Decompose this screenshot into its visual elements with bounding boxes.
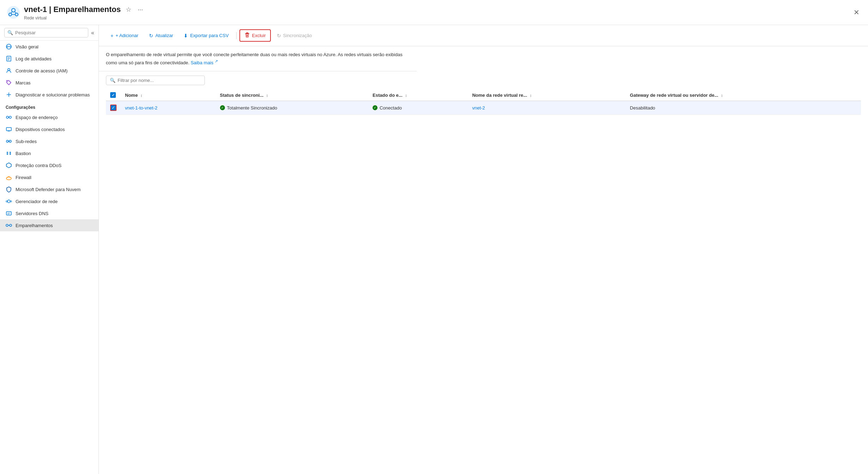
status-green-dot: ✓: [220, 105, 225, 110]
sidebar-item-label: Visão geral: [16, 44, 38, 49]
resource-type-label: Rede virtual: [24, 16, 852, 20]
add-label: + Adicionar: [115, 33, 138, 38]
sidebar-item-servidores-dns[interactable]: Servidores DNS: [0, 207, 99, 219]
more-options-button[interactable]: ···: [136, 5, 144, 15]
row-nome-cell: vnet-1-to-vnet-2: [121, 101, 216, 115]
toolbar-divider: [236, 32, 237, 39]
sidebar-search-icon: 🔍: [7, 30, 13, 35]
sidebar-collapse-button[interactable]: «: [91, 30, 94, 36]
row-gateway-cell: Desabilitado: [626, 101, 861, 115]
defender-icon: [6, 186, 12, 192]
sort-icon-nome: ↕: [141, 93, 143, 97]
svg-point-43: [10, 224, 12, 226]
svg-point-19: [6, 116, 8, 118]
sidebar-item-label: Log de atividades: [16, 56, 52, 61]
sidebar-item-emparelhamentos[interactable]: Emparelhamentos: [0, 219, 99, 231]
diagnose-icon: [6, 91, 12, 98]
sidebar-item-label: Marcas: [16, 80, 31, 85]
header-checkbox-cell: ✓: [106, 89, 121, 101]
peering-icon: [6, 222, 12, 229]
description-text: O emparelhamento de rede virtual permite…: [106, 52, 403, 65]
col-gateway[interactable]: Gateway de rede virtual ou servidor de..…: [626, 89, 861, 101]
sidebar-item-label: Bastion: [16, 151, 31, 156]
sort-icon-rede: ↕: [530, 93, 532, 97]
sidebar-item-label: Sub-redes: [16, 139, 37, 144]
add-icon: +: [111, 33, 113, 38]
sidebar-item-label: Servidores DNS: [16, 211, 48, 216]
app-container: vnet-1 | Emparelhamentos ☆ ··· Rede virt…: [0, 0, 868, 474]
estado-green-dot: ✓: [373, 105, 377, 110]
sync-icon: ↻: [277, 33, 281, 38]
col-nome[interactable]: Nome ↕: [121, 89, 216, 101]
address-icon: [6, 114, 12, 120]
svg-point-20: [9, 116, 11, 118]
sidebar-item-sub-redes[interactable]: Sub-redes: [0, 135, 99, 147]
update-label: Atualizar: [155, 33, 173, 38]
svg-point-8: [7, 46, 8, 47]
table-row: ✓ vnet-1-to-vnet-2 ✓ Totalmente Sincroni…: [106, 101, 861, 115]
svg-point-33: [6, 177, 11, 180]
sidebar-item-marcas[interactable]: Marcas: [0, 77, 99, 89]
vnet2-link[interactable]: vnet-2: [472, 105, 485, 111]
col-estado-e[interactable]: Estado do e... ↕: [368, 89, 468, 101]
sidebar-item-protecao-ddos[interactable]: Proteção contra DDoS: [0, 159, 99, 171]
tags-icon: [6, 79, 12, 86]
sidebar-item-label: Controle de acesso (IAM): [16, 68, 67, 73]
svg-rect-39: [6, 212, 11, 215]
page-header: vnet-1 | Emparelhamentos ☆ ··· Rede virt…: [0, 0, 868, 25]
add-button[interactable]: + + Adicionar: [106, 30, 143, 41]
sidebar-item-label: Firewall: [16, 175, 31, 180]
ddos-icon: [6, 162, 12, 168]
svg-rect-22: [6, 128, 11, 131]
sidebar-item-controle-acesso[interactable]: Controle de acesso (IAM): [0, 65, 99, 77]
sidebar-item-firewall[interactable]: Firewall: [0, 171, 99, 183]
sidebar-item-dispositivos-conectados[interactable]: Dispositivos conectados: [0, 123, 99, 135]
dns-icon: [6, 210, 12, 217]
sidebar-item-espaco-endereco[interactable]: Espaço de endereço: [0, 111, 99, 123]
header-actions: ✕: [852, 7, 861, 18]
devices-icon: [6, 126, 12, 132]
subnets-icon: [6, 138, 12, 144]
svg-point-42: [6, 224, 8, 226]
table-body: ✓ vnet-1-to-vnet-2 ✓ Totalmente Sincroni…: [106, 101, 861, 115]
sidebar-item-log-atividades[interactable]: Log de atividades: [0, 53, 99, 65]
sidebar-item-label: Dispositivos conectados: [16, 127, 65, 132]
filter-row: 🔍: [99, 71, 868, 89]
filter-input-wrapper: 🔍: [106, 76, 205, 85]
sidebar-item-gerenciador-rede[interactable]: Gerenciador de rede: [0, 195, 99, 207]
main-layout: 🔍 « Visão geral Log de atividade: [0, 25, 868, 474]
delete-button[interactable]: Excluir: [239, 29, 271, 42]
sort-icon-estado: ↕: [405, 93, 407, 97]
row-checkbox-cell: ✓: [106, 101, 121, 115]
favorite-button[interactable]: ☆: [124, 4, 133, 15]
estado-text: Conectado: [380, 105, 402, 111]
saiba-mais-link[interactable]: Saiba mais ↗: [191, 60, 218, 65]
delete-icon: [244, 32, 250, 39]
col-nome-rede-virtual[interactable]: Nome da rede virtual re... ↕: [468, 89, 626, 101]
row-checkbox[interactable]: ✓: [110, 105, 117, 111]
sidebar-item-bastion[interactable]: Bastion: [0, 147, 99, 159]
sidebar-item-label: Gerenciador de rede: [16, 199, 58, 204]
export-label: Exportar para CSV: [190, 33, 228, 38]
gateway-value: Desabilitado: [630, 105, 655, 111]
sidebar-item-label: Microsoft Defender para Nuvem: [16, 187, 81, 192]
sidebar-item-visao-geral[interactable]: Visão geral: [0, 41, 99, 53]
sidebar-item-microsoft-defender[interactable]: Microsoft Defender para Nuvem: [0, 183, 99, 195]
log-icon: [6, 55, 12, 62]
page-title-row: vnet-1 | Emparelhamentos ☆ ···: [24, 4, 852, 15]
update-button[interactable]: ↻ Atualizar: [144, 30, 178, 41]
close-button[interactable]: ✕: [852, 7, 861, 18]
sync-label: Sincronização: [283, 33, 312, 38]
configuracoes-section-label: Configurações: [0, 101, 99, 111]
sidebar-search-input[interactable]: [15, 30, 85, 35]
header-checkbox[interactable]: ✓: [110, 92, 116, 98]
vnet-peering-link[interactable]: vnet-1-to-vnet-2: [125, 105, 157, 111]
col-status-sincroni[interactable]: Status de sincroni... ↕: [216, 89, 368, 101]
filter-input[interactable]: [118, 78, 201, 83]
sidebar-item-diagnosticar[interactable]: Diagnosticar e solucionar problemas: [0, 89, 99, 101]
title-group: vnet-1 | Emparelhamentos ☆ ··· Rede virt…: [24, 4, 852, 20]
sync-button[interactable]: ↻ Sincronização: [272, 30, 317, 41]
export-csv-button[interactable]: ⬇ Exportar para CSV: [179, 30, 233, 41]
description-section: O emparelhamento de rede virtual permite…: [99, 46, 417, 71]
filter-search-icon: 🔍: [110, 78, 115, 83]
